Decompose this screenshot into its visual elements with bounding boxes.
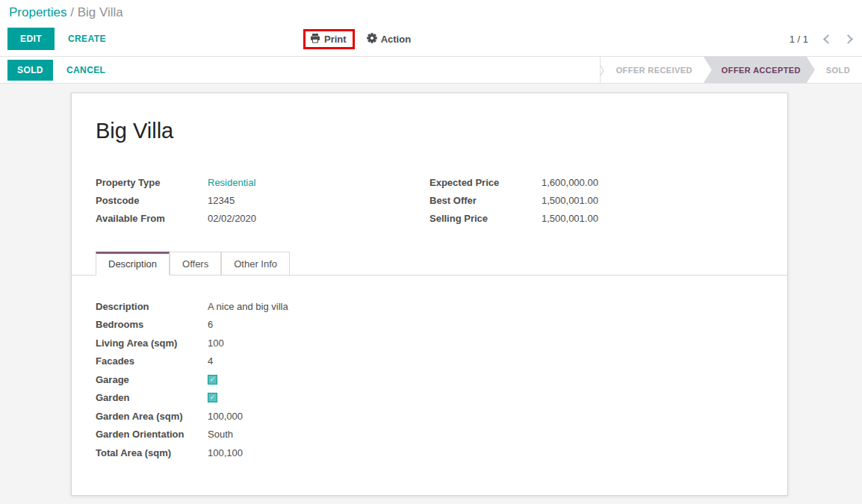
field-value: 1,500,001.00 — [542, 195, 598, 206]
printer-icon — [310, 33, 320, 46]
check-icon: ✓ — [210, 394, 216, 401]
main-content: Big Villa Property Type Residential Post… — [0, 84, 862, 504]
field-row-description: Description A nice and big villa — [96, 297, 763, 316]
property-type-link[interactable]: Residential — [208, 177, 255, 188]
field-row-available-from: Available From 02/02/2020 — [96, 210, 430, 228]
field-row-garden: Garden ✓ — [96, 389, 763, 408]
breadcrumb-parent-link[interactable]: Properties — [9, 5, 66, 19]
action-button-label: Action — [381, 34, 411, 45]
field-label: Living Area (sqm) — [96, 337, 208, 349]
gear-icon — [367, 33, 377, 46]
statusbar-state-offer-accepted[interactable]: OFFER ACCEPTED — [704, 57, 815, 83]
field-value: 4 — [208, 355, 213, 367]
field-row-total-area: Total Area (sqm) 100,100 — [96, 444, 763, 462]
garden-checkbox-checked[interactable]: ✓ — [208, 393, 217, 402]
print-highlight-box: Print — [303, 29, 355, 49]
form-sheet: Big Villa Property Type Residential Post… — [71, 93, 788, 496]
statusbar-state-offer-received[interactable]: OFFER RECEIVED — [605, 57, 704, 83]
field-label: Postcode — [96, 195, 208, 206]
action-button[interactable]: Action — [367, 33, 411, 46]
garage-checkbox-checked[interactable]: ✓ — [208, 375, 217, 385]
field-value: 100,000 — [208, 411, 243, 422]
field-row-garden-area: Garden Area (sqm) 100,000 — [96, 407, 763, 426]
control-panel: EDIT CREATE Print — [0, 22, 862, 56]
sold-button[interactable]: SOLD — [7, 60, 53, 81]
create-button[interactable]: CREATE — [68, 34, 106, 44]
field-label: Available From — [96, 213, 208, 224]
field-row-postcode: Postcode 12345 — [96, 191, 430, 209]
field-value: 1,500,001.00 — [542, 213, 598, 224]
field-value: 100 — [208, 337, 224, 349]
field-value: 100,100 — [208, 447, 243, 458]
field-value: 6 — [208, 319, 213, 330]
action-menus: Print Action — [303, 22, 411, 56]
field-label: Expected Price — [430, 177, 542, 188]
field-value: 1,600,000.00 — [542, 177, 598, 188]
field-row-selling-price: Selling Price 1,500,001.00 — [430, 210, 763, 228]
field-value: A nice and big villa — [208, 301, 288, 312]
breadcrumb: Properties / Big Villa — [0, 0, 862, 22]
field-value: South — [208, 429, 233, 440]
field-row-facades: Facades 4 — [96, 352, 763, 371]
notebook-tabs: Description Offers Other Info — [72, 251, 787, 276]
field-row-garden-orientation: Garden Orientation South — [96, 426, 763, 444]
statusbar-separator-icon — [600, 57, 605, 83]
field-column-left: Property Type Residential Postcode 12345… — [96, 173, 430, 228]
status-action-buttons: SOLD CANCEL — [0, 57, 600, 83]
pager: 1 / 1 — [790, 22, 852, 56]
field-row-best-offer: Best Offer 1,500,001.00 — [430, 191, 763, 209]
print-button-label: Print — [324, 34, 347, 45]
field-label: Best Offer — [430, 195, 542, 206]
check-icon: ✓ — [210, 376, 216, 383]
chevron-right-icon[interactable] — [843, 34, 853, 44]
field-row-property-type: Property Type Residential — [96, 173, 430, 191]
chevron-left-icon[interactable] — [823, 34, 833, 44]
tab-description[interactable]: Description — [96, 252, 170, 276]
field-label: Description — [96, 301, 208, 312]
field-value: 12345 — [208, 195, 235, 206]
status-row: SOLD CANCEL NEW OFFER RECEIVED OFFER ACC… — [0, 56, 862, 84]
field-row-garage: Garage ✓ — [96, 370, 763, 389]
field-label: Garden — [96, 392, 208, 403]
field-label: Bedrooms — [96, 319, 208, 330]
field-column-right: Expected Price 1,600,000.00 Best Offer 1… — [430, 173, 763, 228]
field-label: Garage — [96, 374, 208, 385]
cancel-button[interactable]: CANCEL — [66, 65, 105, 75]
edit-button[interactable]: EDIT — [7, 28, 55, 50]
page-title: Big Villa — [96, 119, 763, 143]
field-value: 02/02/2020 — [208, 213, 256, 224]
field-label: Total Area (sqm) — [96, 447, 208, 458]
tab-other-info[interactable]: Other Info — [221, 252, 290, 276]
field-label: Facades — [96, 355, 208, 367]
tab-offers[interactable]: Offers — [170, 252, 221, 276]
pager-value: 1 / 1 — [790, 34, 808, 45]
statusbar-state-sold[interactable]: SOLD — [815, 57, 862, 83]
field-label: Garden Orientation — [96, 429, 208, 440]
field-label: Selling Price — [430, 213, 542, 224]
print-button[interactable]: Print — [310, 33, 347, 46]
field-grid: Property Type Residential Postcode 12345… — [96, 173, 763, 228]
breadcrumb-separator: / — [70, 5, 77, 19]
field-row-expected-price: Expected Price 1,600,000.00 — [430, 173, 763, 191]
field-row-bedrooms: Bedrooms 6 — [96, 316, 763, 335]
statusbar: NEW OFFER RECEIVED OFFER ACCEPTED SOLD — [600, 57, 862, 83]
field-row-living-area: Living Area (sqm) 100 — [96, 334, 763, 352]
field-label: Property Type — [96, 177, 208, 188]
breadcrumb-current: Big Villa — [78, 5, 123, 19]
tab-content-description: Description A nice and big villa Bedroom… — [72, 276, 787, 462]
field-label: Garden Area (sqm) — [96, 411, 208, 422]
